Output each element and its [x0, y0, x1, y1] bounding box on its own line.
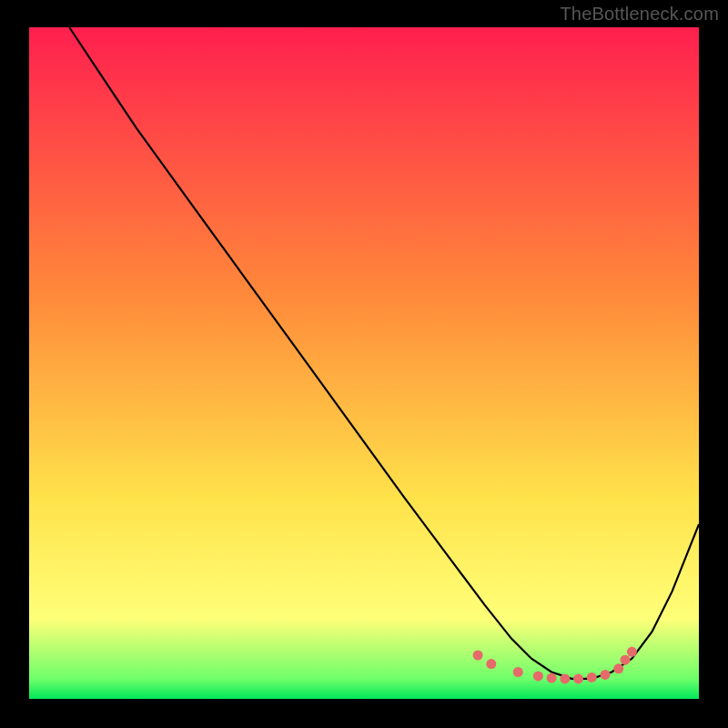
highlight-point: [573, 673, 583, 683]
chart-frame: TheBottleneck.com: [0, 0, 728, 728]
highlight-point: [486, 659, 496, 669]
highlight-point: [513, 667, 523, 677]
highlight-point: [627, 647, 637, 657]
highlight-point: [587, 672, 597, 682]
highlight-point: [621, 655, 631, 665]
plot-background: [29, 27, 699, 699]
highlight-point: [560, 673, 570, 683]
attribution-label: TheBottleneck.com: [560, 4, 719, 25]
highlight-point: [533, 671, 543, 681]
highlight-point: [547, 673, 557, 683]
highlight-point: [473, 651, 483, 661]
highlight-point: [601, 670, 611, 680]
highlight-point: [613, 663, 623, 673]
bottleneck-chart: [0, 0, 728, 728]
